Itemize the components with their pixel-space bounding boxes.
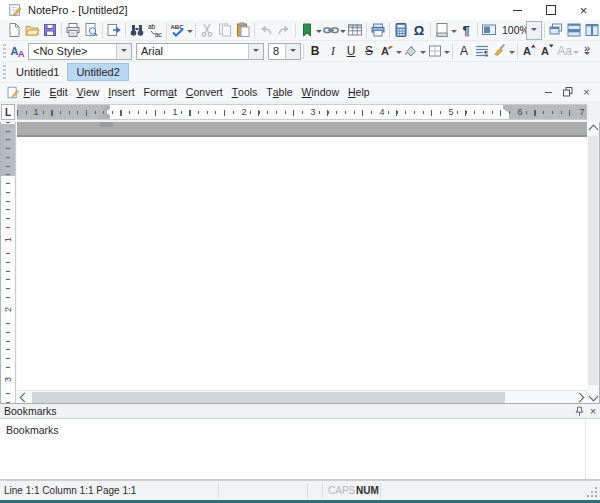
- zoom-dropdown-button[interactable]: [526, 21, 542, 40]
- font-size-select[interactable]: 8: [268, 43, 301, 60]
- copy-button[interactable]: [216, 21, 234, 40]
- mdi-restore-button[interactable]: [558, 85, 577, 99]
- strikethrough-button[interactable]: S: [360, 42, 378, 61]
- hyperlink-button[interactable]: [322, 21, 346, 40]
- formatting-toolbar: AA <No Style> Arial 8 B I U S A A ¶ A A …: [0, 41, 600, 62]
- pin-icon: [574, 406, 585, 417]
- scroll-right-button[interactable]: [572, 391, 587, 404]
- font-select[interactable]: Arial: [136, 43, 264, 60]
- menu-tools[interactable]: Tools: [227, 84, 262, 100]
- zoom-level-select[interactable]: 100%: [498, 22, 542, 39]
- menu-convert[interactable]: Convert: [181, 84, 227, 100]
- underline-button[interactable]: U: [342, 42, 360, 61]
- separator: [295, 23, 296, 38]
- cascade-windows-button[interactable]: [547, 21, 565, 40]
- page-view-button[interactable]: [433, 21, 457, 40]
- document-page[interactable]: [17, 137, 587, 390]
- split-vertical-button[interactable]: [583, 21, 600, 40]
- resize-grip[interactable]: [587, 487, 589, 489]
- menu-help[interactable]: Help: [343, 84, 374, 100]
- redo-button[interactable]: [275, 21, 293, 40]
- undo-button[interactable]: [257, 21, 275, 40]
- insert-table-button[interactable]: [346, 21, 364, 40]
- grow-font-button[interactable]: A: [520, 42, 538, 61]
- spellcheck-button[interactable]: ABC: [169, 21, 193, 40]
- tab-untitled1[interactable]: Untitled1: [8, 63, 67, 81]
- svg-text:A: A: [541, 45, 549, 57]
- menu-table[interactable]: Table: [262, 84, 297, 100]
- toolbar-overflow-button[interactable]: »: [580, 42, 594, 61]
- vertical-scroll-thumb[interactable]: [588, 136, 598, 385]
- style-dropdown-button[interactable]: [116, 44, 131, 59]
- formatting-marks-button[interactable]: ¶: [457, 21, 475, 40]
- export-button[interactable]: [105, 21, 123, 40]
- pin-panel-button[interactable]: [572, 405, 586, 418]
- split-horizontal-button[interactable]: [565, 21, 583, 40]
- style-picker-button[interactable]: AA: [8, 42, 28, 61]
- link-icon: [323, 22, 339, 38]
- scroll-left-button[interactable]: [17, 391, 32, 404]
- export-icon: [106, 22, 122, 38]
- change-case-button[interactable]: Aa: [556, 42, 580, 61]
- font-dialog-button[interactable]: A: [455, 42, 473, 61]
- minimize-icon: [513, 10, 522, 11]
- menu-insert[interactable]: Insert: [104, 84, 139, 100]
- minimize-button[interactable]: [501, 0, 534, 20]
- mdi-close-button[interactable]: ×: [577, 85, 596, 99]
- menu-view[interactable]: View: [72, 84, 104, 100]
- close-button[interactable]: ×: [567, 0, 600, 20]
- separator: [303, 44, 304, 59]
- vertical-scrollbar[interactable]: [587, 122, 599, 403]
- svg-text:¶: ¶: [484, 49, 488, 58]
- scroll-down-button[interactable]: [587, 389, 599, 403]
- replace-button[interactable]: abac: [146, 21, 164, 40]
- shrink-font-button[interactable]: A: [538, 42, 556, 61]
- toolbar-grip[interactable]: [3, 65, 6, 79]
- format-painter-button[interactable]: [491, 42, 515, 61]
- paragraph-settings-button[interactable]: ¶: [473, 42, 491, 61]
- highlight-button[interactable]: [402, 42, 426, 61]
- print-preview-button[interactable]: [82, 21, 100, 40]
- calculator-button[interactable]: [392, 21, 410, 40]
- zoom-level-value: 100%: [498, 24, 526, 36]
- tab-untitled2[interactable]: Untitled2: [67, 63, 128, 81]
- style-select[interactable]: <No Style>: [28, 43, 132, 60]
- menu-edit[interactable]: Edit: [45, 84, 72, 100]
- horizontal-scroll-thumb[interactable]: [32, 392, 505, 403]
- bookmarks-panel[interactable]: Bookmarks: [0, 419, 600, 480]
- find-button[interactable]: [128, 21, 146, 40]
- paste-button[interactable]: [234, 21, 252, 40]
- insert-symbol-button[interactable]: Ω: [410, 21, 428, 40]
- mdi-minimize-button[interactable]: [539, 85, 558, 99]
- horizontal-scrollbar[interactable]: [17, 390, 587, 403]
- font-color-button[interactable]: A: [378, 42, 402, 61]
- grow-font-icon: A: [521, 43, 537, 59]
- margin-drag-handle[interactable]: [100, 122, 113, 127]
- new-document-button[interactable]: [5, 21, 23, 40]
- toolbar-grip[interactable]: [3, 44, 6, 58]
- font-size-dropdown-button[interactable]: [285, 44, 300, 59]
- close-panel-button[interactable]: ×: [586, 405, 600, 418]
- chevron-right-icon: [575, 392, 585, 402]
- replace-icon: abac: [147, 22, 163, 38]
- zoom-button[interactable]: [480, 21, 498, 40]
- open-button[interactable]: [23, 21, 41, 40]
- menu-file[interactable]: File: [19, 84, 45, 100]
- chevron-down-icon: [121, 49, 127, 55]
- borders-button[interactable]: [426, 42, 450, 61]
- italic-button[interactable]: I: [324, 42, 342, 61]
- scroll-up-button[interactable]: [587, 122, 599, 136]
- menu-window[interactable]: Window: [297, 84, 343, 100]
- bold-button[interactable]: B: [306, 42, 324, 61]
- mail-button[interactable]: [369, 21, 387, 40]
- cut-button[interactable]: [198, 21, 216, 40]
- bookmark-button[interactable]: [298, 21, 322, 40]
- save-button[interactable]: [41, 21, 59, 40]
- menu-format[interactable]: Format: [139, 84, 181, 100]
- font-dropdown-button[interactable]: [248, 44, 263, 59]
- separator: [452, 44, 453, 59]
- tab-stop-selector[interactable]: L: [1, 104, 15, 120]
- print-button[interactable]: [64, 21, 82, 40]
- caps-lock-indicator: CAPS: [328, 485, 355, 496]
- maximize-button[interactable]: [534, 0, 567, 20]
